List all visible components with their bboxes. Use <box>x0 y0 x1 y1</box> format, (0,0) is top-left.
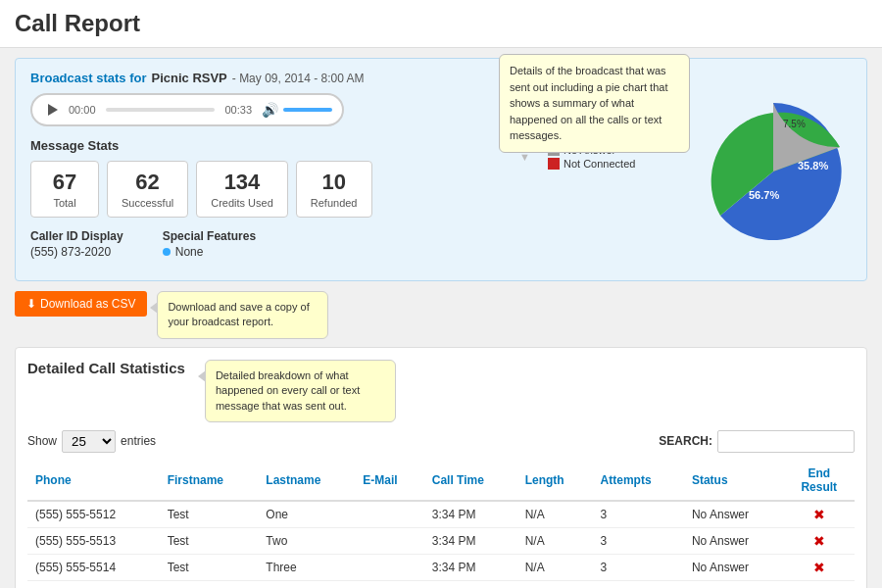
caller-features-row: Caller ID Display (555) 873-2020 Special… <box>30 229 548 269</box>
stat-refunded: 10 Refunded <box>296 161 372 218</box>
table-controls: Show 25 50 100 entries SEARCH: <box>27 430 855 453</box>
cell-phone: (555) 555-5513 <box>27 527 160 554</box>
cell-email <box>355 501 423 528</box>
end-result-icon: ✖ <box>792 560 847 575</box>
cell-firstname: Test <box>160 554 259 580</box>
volume-icon[interactable]: 🔊 <box>262 102 278 118</box>
stat-refunded-label: Refunded <box>311 197 358 209</box>
download-btn-label: Download as CSV <box>40 297 135 311</box>
download-tooltip: Download and save a copy of your broadca… <box>157 291 328 339</box>
play-button[interactable] <box>42 99 64 121</box>
cell-phone: (555) 555-5512 <box>27 501 160 528</box>
audio-progress-bar[interactable] <box>106 108 216 112</box>
table-row: (555) 555-5515 Test Four 3:34 PM N/A 3 N… <box>27 580 855 588</box>
search-input[interactable] <box>717 430 855 453</box>
time-start: 00:00 <box>69 104 96 116</box>
end-result-icon: ✖ <box>792 507 847 522</box>
pie-chart-svg: 56.7% 35.8% 7.5% <box>695 93 852 250</box>
cell-length: N/A <box>517 580 593 588</box>
cell-calltime: 3:34 PM <box>424 501 517 528</box>
play-icon <box>48 104 58 116</box>
broadcast-main: 00:00 00:33 🔊 Message Stats 67 <box>30 93 548 269</box>
search-label: SEARCH: <box>659 434 712 448</box>
cell-attempts: 3 <box>593 580 684 588</box>
feature-dot <box>163 248 171 256</box>
message-stats-section: Message Stats 67 Total 62 Successful <box>30 138 548 218</box>
volume-bar[interactable] <box>283 108 332 112</box>
audio-player[interactable]: 00:00 00:33 🔊 <box>30 93 344 126</box>
cell-lastname: One <box>258 501 355 528</box>
table-header-row: Phone Firstname Lastname E-Mail Call Tim… <box>27 461 855 501</box>
col-endresult[interactable]: EndResult <box>784 461 855 501</box>
main-content: Details of the broadcast that was sent o… <box>0 48 882 588</box>
cell-status: No Answer <box>684 527 784 554</box>
cell-lastname: Three <box>258 554 355 580</box>
cell-length: N/A <box>517 554 593 580</box>
cell-attempts: 3 <box>593 527 684 554</box>
cell-attempts: 3 <box>593 554 684 580</box>
table-row: (555) 555-5514 Test Three 3:34 PM N/A 3 … <box>27 554 855 580</box>
cell-status: No Answer <box>684 554 784 580</box>
detailed-title-row: Detailed Call Statistics Detailed breakd… <box>27 360 855 422</box>
col-phone[interactable]: Phone <box>27 461 160 501</box>
cell-lastname: Four <box>258 580 355 588</box>
pie-label-1: 56.7% <box>749 189 779 201</box>
cell-endresult: ✖ <box>784 554 855 580</box>
broadcast-header: Broadcast stats for Picnic RSVP - May 09… <box>30 71 852 85</box>
stat-successful: 62 Successful <box>107 161 188 218</box>
cell-calltime: 3:34 PM <box>424 527 517 554</box>
broadcast-panel: Details of the broadcast that was sent o… <box>15 58 867 281</box>
special-features-section: Special Features None <box>163 229 256 259</box>
download-csv-button[interactable]: ⬇ Download as CSV <box>15 291 147 317</box>
stat-refunded-value: 10 <box>311 170 358 195</box>
download-icon: ⬇ <box>26 297 36 311</box>
cell-status: No Answer <box>684 580 784 588</box>
search-area: SEARCH: <box>659 430 855 453</box>
cell-endresult: ✖ <box>784 501 855 528</box>
stat-total-value: 67 <box>45 170 84 195</box>
legend-notconnected-label: Not Connected <box>564 158 635 170</box>
stat-total-label: Total <box>45 197 84 209</box>
col-firstname[interactable]: Firstname <box>160 461 259 501</box>
special-feature-item: None <box>163 245 256 259</box>
cell-email <box>355 554 423 580</box>
broadcast-tooltip: Details of the broadcast that was sent o… <box>499 54 690 153</box>
pie-label-2: 35.8% <box>798 160 828 172</box>
pie-label-3: 7.5% <box>783 119 806 129</box>
col-status[interactable]: Status <box>684 461 784 501</box>
detailed-tooltip: Detailed breakdown of what happened on e… <box>205 360 396 422</box>
pie-chart: 56.7% 35.8% 7.5% <box>695 93 852 253</box>
special-features-value: None <box>175 245 204 259</box>
cell-firstname: Test <box>160 580 259 588</box>
col-attempts[interactable]: Attempts <box>593 461 684 501</box>
data-table: Phone Firstname Lastname E-Mail Call Tim… <box>27 461 855 588</box>
entries-label: entries <box>121 434 156 448</box>
col-length[interactable]: Length <box>517 461 593 501</box>
cell-attempts: 3 <box>593 501 684 528</box>
table-row: (555) 555-5513 Test Two 3:34 PM N/A 3 No… <box>27 527 855 554</box>
page-wrapper: Call Report Details of the broadcast tha… <box>0 0 882 588</box>
col-email[interactable]: E-Mail <box>355 461 423 501</box>
cell-endresult: ✖ <box>784 580 855 588</box>
stat-credits-label: Credits Used <box>211 197 273 209</box>
detailed-title: Detailed Call Statistics <box>27 360 185 376</box>
broadcast-label: Broadcast stats for <box>30 71 146 85</box>
stat-total: 67 Total <box>30 161 99 218</box>
download-row: ⬇ Download as CSV Download and save a co… <box>15 291 867 339</box>
col-lastname[interactable]: Lastname <box>258 461 355 501</box>
stat-credits-value: 134 <box>211 170 273 195</box>
broadcast-date: - May 09, 2014 - 8:00 AM <box>232 72 365 85</box>
cell-firstname: Test <box>160 527 259 554</box>
message-stats-title: Message Stats <box>30 138 548 153</box>
entries-select[interactable]: 25 50 100 <box>62 430 116 453</box>
cell-status: No Answer <box>684 501 784 528</box>
cell-phone: (555) 555-5514 <box>27 554 160 580</box>
show-label: Show <box>27 434 57 448</box>
caller-id-section: Caller ID Display (555) 873-2020 <box>30 229 123 259</box>
col-calltime[interactable]: Call Time <box>424 461 517 501</box>
time-end: 00:33 <box>224 104 252 116</box>
cell-lastname: Two <box>258 527 355 554</box>
stat-successful-value: 62 <box>122 170 173 195</box>
caller-id-label: Caller ID Display <box>30 229 123 243</box>
stat-boxes: 67 Total 62 Successful 134 Credits Used <box>30 161 548 218</box>
